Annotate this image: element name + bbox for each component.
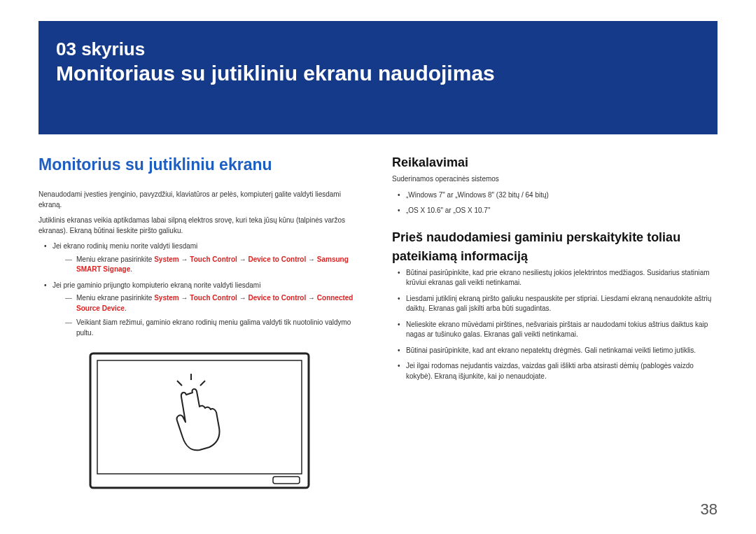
warning-list: Būtinai pasirūpinkite, kad prie ekrano n… — [398, 268, 718, 382]
touch-screen-icon — [88, 351, 312, 491]
chapter-number: 03 skyrius — [56, 38, 700, 60]
left-column: Monitorius su jutikliniu ekranu Nenaudod… — [38, 155, 364, 493]
requirements-heading: Reikalavimai — [392, 155, 718, 170]
intro-text-1: Nenaudodami įvesties įrenginio, pavyzdži… — [38, 190, 364, 210]
os-windows: „Windows 7" ar „Windows 8" (32 bitų / 64… — [398, 190, 718, 201]
warning-heading-line2: pateikiamą informaciją — [392, 249, 718, 264]
warning-gloves: Nelieskite ekrano mūvėdami pirštines, ne… — [398, 320, 718, 340]
warning-moisture: Būtinai pasirūpinkite, kad ant ekrano ne… — [398, 346, 718, 356]
compat-label: Suderinamos operacinės sistemos — [392, 174, 718, 185]
warning-burnin: Jei ilgai rodomas nejudantis vaizdas, va… — [398, 361, 718, 381]
touch-illustration — [88, 351, 364, 493]
warning-static: Būtinai pasirūpinkite, kad prie ekrano n… — [398, 268, 718, 288]
bullet-menu-control: Jei ekrano rodinių meniu norite valdyti … — [44, 241, 364, 275]
chapter-header: 03 skyrius Monitoriaus su jutikliniu ekr… — [38, 21, 718, 134]
content-columns: Monitorius su jutikliniu ekranu Nenaudod… — [38, 155, 718, 493]
chapter-title: Monitoriaus su jutikliniu ekranu naudoji… — [56, 62, 700, 85]
sub-menu-path-1: Meniu ekrane pasirinkite System → Touch … — [66, 255, 364, 275]
intro-text-2: Jutiklinis ekranas veikia aptikdamas lab… — [38, 216, 364, 236]
sub-note-remote: Veikiant šiam režimui, gaminio ekrano ro… — [66, 318, 364, 338]
warning-pressure: Liesdami jutiklinį ekraną piršto galiuku… — [398, 294, 718, 314]
right-column: Reikalavimai Suderinamos operacinės sist… — [392, 155, 718, 493]
section-heading-monitor: Monitorius su jutikliniu ekranu — [38, 155, 364, 174]
instruction-list: Jei ekrano rodinių meniu norite valdyti … — [44, 241, 364, 338]
os-list: „Windows 7" ar „Windows 8" (32 bitų / 64… — [398, 190, 718, 216]
page-number: 38 — [701, 500, 718, 519]
bullet-pc-control: Jei prie gaminio prijungto kompiuterio e… — [44, 281, 364, 339]
svg-rect-2 — [273, 477, 300, 484]
warning-heading-line1: Prieš naudodamiesi gaminiu perskaitykite… — [392, 230, 718, 245]
sub-menu-path-2: Meniu ekrane pasirinkite System → Touch … — [66, 293, 364, 314]
document-page: 03 skyrius Monitoriaus su jutikliniu ekr… — [0, 0, 756, 493]
os-osx: „OS X 10.6" ar „OS X 10.7" — [398, 206, 718, 216]
